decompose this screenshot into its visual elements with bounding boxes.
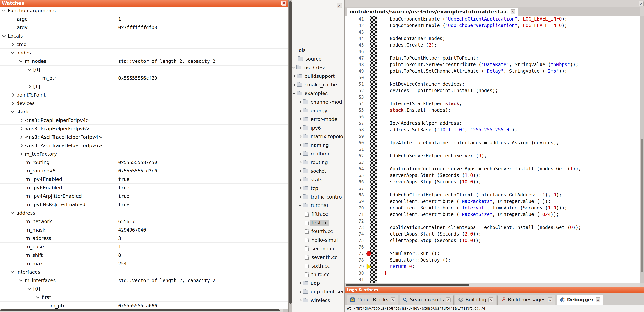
watch-row[interactable]: m_ptr0x55555556cf20 — [0, 74, 288, 82]
expand-icon[interactable] — [298, 195, 302, 198]
line-number[interactable]: 60 — [345, 140, 364, 146]
watch-row[interactable]: m_mask4294967040 — [0, 226, 288, 234]
code-line[interactable]: 78 Simulator::Destroy (); — [345, 257, 640, 263]
gutter-marker[interactable] — [365, 179, 373, 185]
line-number[interactable]: 51 — [345, 81, 364, 87]
gutter-marker[interactable] — [365, 29, 373, 35]
code-line[interactable]: 59 — [345, 133, 640, 140]
watch-row[interactable]: m_nodesstd::vector of length 2, capacity… — [0, 57, 288, 66]
gutter-marker[interactable] — [365, 270, 373, 276]
watch-row[interactable]: stack — [0, 108, 288, 116]
line-number[interactable]: 74 — [345, 231, 364, 237]
expand-icon[interactable] — [298, 290, 302, 294]
collapse-icon[interactable] — [10, 270, 14, 273]
code-area[interactable]: 41 LogComponentEnable ("UdpEchoClientApp… — [345, 16, 640, 283]
expand-icon[interactable] — [292, 75, 295, 78]
expand-icon[interactable] — [10, 42, 14, 46]
code-line[interactable]: 66 serverApps.Stop (Seconds (10.0)); — [345, 179, 640, 185]
tree-item-fourth-cc[interactable]: fourth.cc — [292, 227, 344, 236]
close-icon[interactable]: × — [446, 298, 451, 302]
tree-item-first-cc[interactable]: first.cc — [292, 218, 344, 227]
expand-icon[interactable] — [10, 102, 14, 105]
line-number[interactable]: 78 — [345, 257, 364, 263]
expand-icon[interactable] — [298, 152, 302, 156]
code-line[interactable]: 44 NodeContainer nodes; — [345, 35, 640, 42]
code-line[interactable]: 58 address.SetBase ("10.1.1.0", "255.255… — [345, 127, 640, 133]
watch-row[interactable]: m_base1 — [0, 243, 288, 251]
tree-item-channel-mod[interactable]: channel-mod — [292, 98, 344, 106]
collapse-icon[interactable] — [10, 211, 14, 214]
code-line[interactable]: 43 — [345, 29, 640, 35]
tree-item-seventh-cc[interactable]: seventh.cc — [292, 253, 344, 262]
close-icon[interactable]: × — [390, 298, 395, 302]
watch-row[interactable]: m_ipv4ArpJitterEnabledtrue — [0, 192, 288, 200]
tree-item-udp[interactable]: udp — [292, 279, 344, 288]
watch-row[interactable]: first — [0, 293, 288, 302]
watch-row[interactable]: m_ipv6NsRsJitterEnabledtrue — [0, 200, 288, 209]
collapse-icon[interactable] — [292, 66, 295, 69]
line-number[interactable]: 48 — [345, 61, 364, 68]
watch-row[interactable]: m_tcpFactory — [0, 150, 288, 158]
tree-item-examples[interactable]: examples — [292, 89, 344, 98]
code-line[interactable]: 62 UdpEchoServerHelper echoServer (9); — [345, 153, 640, 159]
watch-row[interactable]: m_ipv4Enabledtrue — [0, 175, 288, 184]
code-line[interactable]: 51 NetDeviceContainer devices; — [345, 81, 640, 87]
code-line[interactable]: 74 clientApps.Start (Seconds (2.0)); — [345, 231, 640, 237]
scrollbar-thumb[interactable] — [289, 1, 292, 304]
code-line[interactable]: 68 UdpEchoClientHelper echoClient (inter… — [345, 192, 640, 198]
watch-row[interactable]: devices — [0, 99, 288, 108]
close-icon[interactable]: × — [488, 298, 493, 302]
watch-row[interactable]: m_address3 — [0, 234, 288, 243]
gutter-marker[interactable] — [365, 276, 373, 283]
gutter-marker[interactable] — [365, 74, 373, 81]
collapse-icon[interactable] — [292, 91, 295, 95]
line-number[interactable]: 46 — [345, 48, 364, 55]
expand-icon[interactable] — [19, 144, 22, 147]
watch-row[interactable]: <ns3::PcapHelperForIpv4> — [0, 116, 288, 125]
tree-item-tutorial[interactable]: tutorial — [292, 201, 344, 210]
watch-row[interactable]: argv0x7fffffffdf08 — [0, 23, 288, 32]
gutter-marker[interactable] — [365, 107, 373, 114]
gutter-marker[interactable] — [365, 55, 373, 61]
tree-item-sixth-cc[interactable]: sixth.cc — [292, 262, 344, 270]
gutter-marker[interactable] — [365, 87, 373, 94]
log-tab-search-results[interactable]: Search results× — [400, 295, 454, 305]
gutter-marker[interactable] — [365, 205, 373, 211]
gutter-marker[interactable] — [365, 165, 373, 172]
code-line[interactable]: 79 return 0; — [345, 263, 640, 270]
watch-row[interactable]: [1] — [0, 82, 288, 91]
collapse-icon[interactable] — [10, 50, 14, 54]
log-tab-build-log[interactable]: Build log× — [455, 295, 496, 305]
watch-row[interactable]: <ns3::AsciiTraceHelperForIpv4> — [0, 133, 288, 142]
line-number[interactable]: 43 — [345, 29, 364, 35]
line-number[interactable]: 73 — [345, 224, 364, 231]
code-line[interactable]: 54 InternetStackHelper stack; — [345, 100, 640, 107]
code-line[interactable]: 49 pointToPoint.SetChannelAttribute ("De… — [345, 68, 640, 74]
breakpoint-icon[interactable] — [366, 251, 371, 256]
tree-item-error-model[interactable]: error-model — [292, 115, 344, 124]
watch-row[interactable]: m_shift8 — [0, 251, 288, 260]
gutter-marker[interactable] — [365, 159, 373, 165]
scrollbar-thumb[interactable] — [346, 284, 469, 286]
log-tab-code-blocks[interactable]: Code::Blocks× — [347, 295, 398, 305]
collapse-icon[interactable] — [28, 287, 31, 290]
watches-vertical-scrollbar[interactable] — [288, 0, 292, 312]
line-number[interactable]: 65 — [345, 172, 364, 179]
line-number[interactable]: 41 — [345, 16, 364, 22]
code-line[interactable]: 72 — [345, 218, 640, 224]
watch-row[interactable]: pointToPoint — [0, 91, 288, 99]
tree-item-routing[interactable]: routing — [292, 158, 344, 167]
tree-item-stats[interactable]: stats — [292, 175, 344, 184]
log-tab-debugger[interactable]: Debugger× — [557, 295, 603, 305]
watch-row[interactable]: Function arguments — [0, 6, 288, 15]
code-line[interactable]: 65 serverApps.Start (Seconds (1.0)); — [345, 172, 640, 179]
tree-item-matrix-topolo[interactable]: matrix-topolo — [292, 132, 344, 141]
code-line[interactable]: 57 Ipv4AddressHelper address; — [345, 120, 640, 127]
watch-row[interactable]: m_ptr0x5555555ca660 — [0, 302, 288, 309]
line-number[interactable]: 56 — [345, 114, 364, 120]
line-number[interactable]: 53 — [345, 94, 364, 100]
tree-item-udp-client-ser[interactable]: udp-client-ser — [292, 288, 344, 296]
tree-item-naming[interactable]: naming — [292, 141, 344, 150]
code-line[interactable]: 69 echoClient.SetAttribute ("MaxPackets"… — [345, 198, 640, 205]
expand-icon[interactable] — [19, 135, 22, 139]
